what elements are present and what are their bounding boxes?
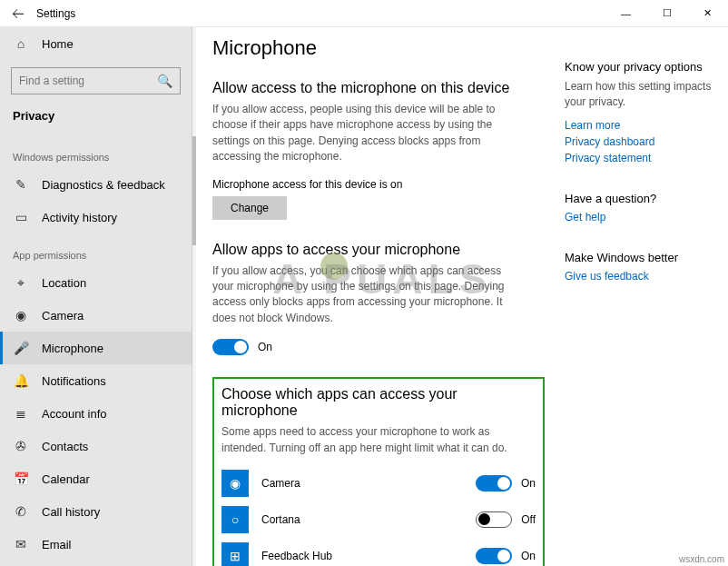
window-title: Settings [36,7,605,20]
category-header: Privacy [0,105,192,135]
link-learn-more[interactable]: Learn more [565,119,713,132]
section-header: Windows permissions [0,135,192,168]
nav-icon: ✇ [13,438,29,454]
app-row-camera: ◉CameraOn [221,465,536,501]
minimize-button[interactable]: — [605,0,646,27]
sidebar-item-microphone[interactable]: 🎤Microphone [0,332,192,364]
nav-icon: ◉ [13,307,29,323]
app-toggle-state: Off [521,513,536,526]
sidebar-item-contacts[interactable]: ✇Contacts [0,430,192,462]
app-name: Feedback Hub [261,550,476,562]
right-desc: Learn how this setting impacts your priv… [565,79,713,110]
nav-icon: ✆ [13,503,29,520]
app-toggle[interactable] [476,548,512,564]
app-toggle[interactable] [476,511,512,528]
maximize-button[interactable]: ☐ [646,0,687,27]
toggle-state: On [258,341,272,353]
nav-label: Email [42,538,72,551]
nav-icon: ≣ [13,405,29,422]
section-heading: Allow access to the microphone on this d… [212,80,545,96]
allow-apps-toggle[interactable] [212,339,249,355]
app-icon: ○ [221,506,249,533]
source-credit: wsxdn.com [679,554,724,564]
sidebar-item-activity-history[interactable]: ▭Activity history [0,201,192,233]
app-icon: ⊞ [221,542,249,566]
sidebar-item-tasks[interactable]: ✓Tasks [0,561,192,566]
app-name: Camera [261,477,476,490]
sidebar-item-email[interactable]: ✉Email [0,528,192,561]
sidebar: ⌂ Home 🔍 Privacy Windows permissions ✎Di… [0,27,192,566]
right-heading: Know your privacy options [565,60,713,74]
app-name: Cortana [261,513,476,526]
nav-icon: ⌖ [13,274,29,291]
app-row-feedback-hub: ⊞Feedback HubOn [221,538,536,566]
section-heading: Choose which apps can access your microp… [221,386,536,419]
link-feedback[interactable]: Give us feedback [565,270,713,283]
search-input[interactable] [19,74,156,87]
sidebar-item-location[interactable]: ⌖Location [0,266,192,299]
sidebar-item-calendar[interactable]: 📅Calendar [0,462,192,495]
sidebar-item-notifications[interactable]: 🔔Notifications [0,364,192,397]
right-heading: Have a question? [565,192,713,205]
home-label: Home [42,37,74,51]
home-icon: ⌂ [13,35,29,52]
app-toggle[interactable] [476,475,512,492]
nav-label: Diagnostics & feedback [42,178,165,192]
nav-label: Notifications [42,374,106,388]
sidebar-item-call-history[interactable]: ✆Call history [0,495,192,528]
link-privacy-dashboard[interactable]: Privacy dashboard [565,135,713,148]
search-icon: 🔍 [156,73,172,89]
section-header: App permissions [0,233,192,266]
section-desc: Some apps need to access your microphone… [221,424,536,456]
search-box[interactable]: 🔍 [11,67,181,94]
section-desc: If you allow access, you can choose whic… [212,263,512,327]
sidebar-item-diagnostics-feedback[interactable]: ✎Diagnostics & feedback [0,168,192,201]
app-icon: ◉ [221,470,249,497]
nav-label: Calendar [42,472,90,486]
link-get-help[interactable]: Get help [565,211,713,223]
section-heading: Allow apps to access your microphone [212,242,545,258]
nav-icon: 📅 [13,471,29,487]
app-toggle-state: On [521,550,536,562]
nav-icon: ✉ [13,536,29,552]
home-nav[interactable]: ⌂ Home [0,27,192,60]
nav-label: Account info [42,407,107,421]
nav-label: Contacts [42,440,88,453]
nav-icon: ✎ [13,176,29,193]
access-status: Microphone access for this device is on [212,178,545,191]
nav-icon: 🎤 [13,340,29,356]
app-list-box: Choose which apps can access your microp… [212,377,545,566]
close-button[interactable]: ✕ [687,0,728,27]
nav-icon: ▭ [13,209,29,225]
main-content: Microphone Allow access to the microphon… [192,27,565,566]
nav-label: Microphone [42,342,103,355]
section-desc: If you allow access, people using this d… [212,102,512,165]
sidebar-item-camera[interactable]: ◉Camera [0,299,192,332]
link-privacy-statement[interactable]: Privacy statement [565,152,713,164]
right-heading: Make Windows better [565,251,713,264]
app-toggle-state: On [521,477,536,490]
nav-label: Call history [42,505,100,519]
page-title: Microphone [212,36,545,60]
app-row-cortana: ○CortanaOff [221,501,536,538]
right-panel: Know your privacy options Learn how this… [565,27,728,566]
nav-label: Activity history [42,211,117,224]
nav-label: Camera [42,309,84,323]
back-button[interactable]: 🡠 [0,6,36,21]
nav-label: Location [42,276,86,290]
nav-icon: 🔔 [13,372,29,389]
sidebar-item-account-info[interactable]: ≣Account info [0,397,192,430]
change-button[interactable]: Change [212,196,287,220]
